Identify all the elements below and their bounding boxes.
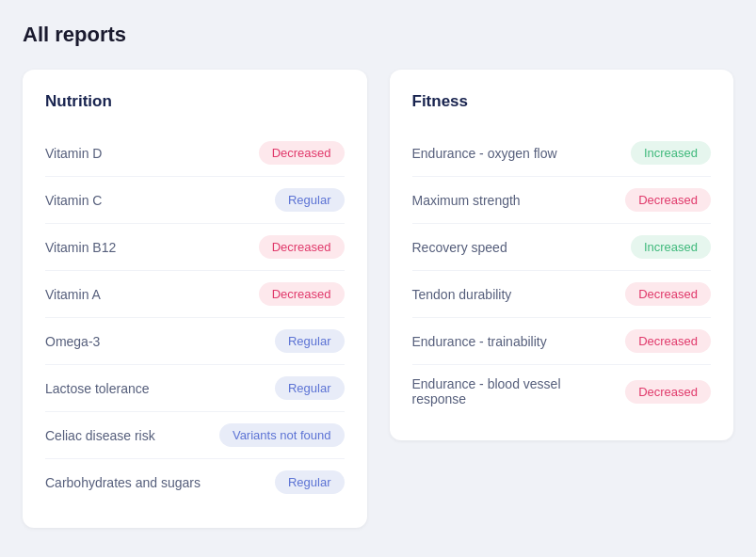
status-badge: Decreased <box>259 282 345 306</box>
report-label: Vitamin C <box>45 193 275 208</box>
fitness-title: Fitness <box>412 92 712 111</box>
status-badge: Decreased <box>259 141 345 165</box>
table-row: Vitamin DDecreased <box>45 130 345 177</box>
table-row: Vitamin ADecreased <box>45 271 345 318</box>
nutrition-card: Nutrition Vitamin DDecreasedVitamin CReg… <box>23 70 367 528</box>
table-row: Endurance - trainabilityDecreased <box>412 318 712 365</box>
report-label: Lactose tolerance <box>45 381 275 396</box>
status-badge: Decreased <box>625 188 711 212</box>
fitness-card: Fitness Endurance - oxygen flowIncreased… <box>390 70 734 440</box>
report-label: Celiac disease risk <box>45 428 219 443</box>
status-badge: Increased <box>631 141 711 165</box>
status-badge: Regular <box>275 329 345 353</box>
table-row: Endurance - oxygen flowIncreased <box>412 130 712 177</box>
status-badge: Regular <box>275 188 345 212</box>
table-row: Vitamin B12Decreased <box>45 224 345 271</box>
nutrition-rows: Vitamin DDecreasedVitamin CRegularVitami… <box>45 130 345 505</box>
table-row: Endurance - blood vessel responseDecreas… <box>412 365 712 418</box>
table-row: Vitamin CRegular <box>45 177 345 224</box>
status-badge: Regular <box>275 470 345 494</box>
table-row: Omega-3Regular <box>45 318 345 365</box>
report-label: Vitamin D <box>45 146 259 161</box>
report-label: Omega-3 <box>45 334 275 349</box>
report-label: Endurance - blood vessel response <box>412 376 626 406</box>
table-row: Celiac disease riskVariants not found <box>45 412 345 459</box>
report-label: Recovery speed <box>412 240 631 255</box>
status-badge: Decreased <box>259 235 345 259</box>
report-label: Endurance - oxygen flow <box>412 146 631 161</box>
status-badge: Increased <box>631 235 711 259</box>
status-badge: Decreased <box>625 329 711 353</box>
status-badge: Variants not found <box>219 423 345 447</box>
report-label: Tendon durability <box>412 287 626 302</box>
table-row: Tendon durabilityDecreased <box>412 271 712 318</box>
page-title: All reports <box>23 23 733 47</box>
report-label: Maximum strength <box>412 193 626 208</box>
table-row: Carbohydrates and sugarsRegular <box>45 459 345 505</box>
status-badge: Decreased <box>625 282 711 306</box>
nutrition-title: Nutrition <box>45 92 345 111</box>
table-row: Recovery speedIncreased <box>412 224 712 271</box>
report-label: Vitamin A <box>45 287 259 302</box>
report-label: Endurance - trainability <box>412 334 626 349</box>
cards-container: Nutrition Vitamin DDecreasedVitamin CReg… <box>23 70 733 528</box>
status-badge: Decreased <box>625 380 711 404</box>
report-label: Vitamin B12 <box>45 240 259 255</box>
report-label: Carbohydrates and sugars <box>45 475 275 490</box>
status-badge: Regular <box>275 376 345 400</box>
fitness-rows: Endurance - oxygen flowIncreasedMaximum … <box>412 130 712 418</box>
table-row: Maximum strengthDecreased <box>412 177 712 224</box>
table-row: Lactose toleranceRegular <box>45 365 345 412</box>
